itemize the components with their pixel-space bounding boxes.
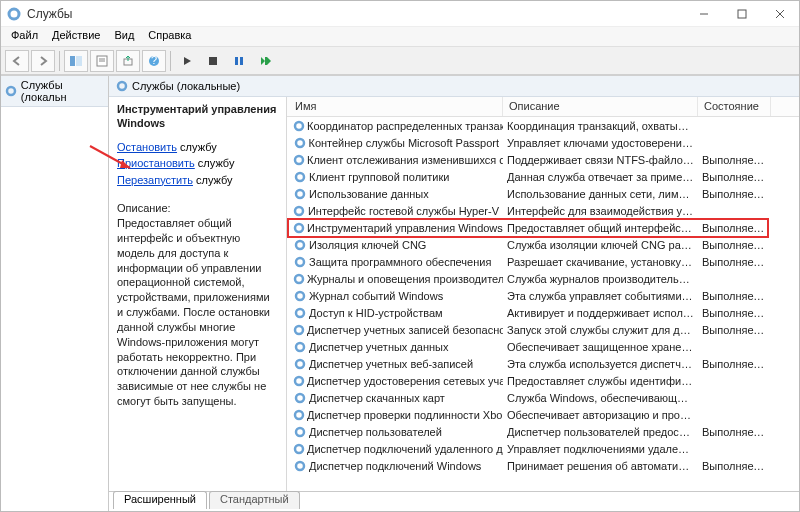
cell-description: Запуск этой службы служит для других с… [503, 324, 698, 336]
svg-point-20 [295, 122, 303, 130]
column-headers: Имя Описание Состояние [287, 97, 799, 117]
cell-name: Использование данных [289, 187, 503, 201]
table-row[interactable]: Диспетчер подключений WindowsПринимает р… [287, 457, 799, 474]
table-row[interactable]: Диспетчер учетных записей безопасноЗапус… [287, 321, 799, 338]
service-icon [293, 221, 305, 235]
cell-description: Предоставляет общий интерфейс и об… [503, 222, 698, 234]
svg-rect-15 [235, 57, 238, 65]
tree-pane[interactable]: Службы (локальн [1, 76, 109, 511]
cell-name: Защита программного обеспечения [289, 255, 503, 269]
svg-rect-14 [209, 57, 217, 65]
cell-description: Эта служба управляет событиями и жу… [503, 290, 698, 302]
maximize-button[interactable] [723, 2, 761, 26]
help-button[interactable]: ? [142, 50, 166, 72]
cell-description: Диспетчер пользователей предоставля… [503, 426, 698, 438]
export-button[interactable] [116, 50, 140, 72]
cell-state: Выполняется [698, 154, 771, 166]
col-state[interactable]: Состояние [698, 97, 771, 116]
svg-point-1 [12, 12, 16, 16]
window-title: Службы [27, 7, 685, 21]
cell-description: Эта служба используется диспетчером … [503, 358, 698, 370]
svg-point-40 [296, 462, 304, 470]
table-row[interactable]: Журнал событий WindowsЭта служба управля… [287, 287, 799, 304]
table-row[interactable]: Защита программного обеспеченияРазрешает… [287, 253, 799, 270]
service-icon [293, 136, 306, 150]
table-row[interactable]: Журналы и оповещения производитель…Служб… [287, 270, 799, 287]
svg-point-30 [296, 292, 304, 300]
service-icon [293, 374, 305, 388]
start-service-button[interactable] [175, 50, 199, 72]
table-row[interactable]: Клиент отслеживания изменившихся св…Подд… [287, 151, 799, 168]
table-row[interactable]: Доступ к HID-устройствамАктивирует и под… [287, 304, 799, 321]
svg-point-19 [118, 82, 126, 90]
services-window: Службы Файл Действие Вид Справка ? Служб… [0, 0, 800, 512]
cell-name: Журналы и оповещения производитель… [289, 272, 503, 286]
cell-state: Выполняется [698, 171, 771, 183]
table-row[interactable]: Использование данныхИспользование данных… [287, 185, 799, 202]
table-row[interactable]: Диспетчер проверки подлинности Xbo…Обесп… [287, 406, 799, 423]
svg-point-39 [295, 445, 303, 453]
restart-service-button[interactable] [253, 50, 277, 72]
toolbar-separator [170, 51, 171, 71]
properties-button[interactable] [90, 50, 114, 72]
svg-point-36 [296, 394, 304, 402]
menu-action[interactable]: Действие [52, 29, 100, 44]
tab-extended[interactable]: Расширенный [113, 491, 207, 509]
cell-state: Выполняется [698, 307, 771, 319]
cell-state: Выполняется [698, 460, 771, 472]
stop-link[interactable]: Остановить [117, 141, 177, 153]
table-row[interactable]: Диспетчер скачанных картСлужба Windows, … [287, 389, 799, 406]
svg-rect-3 [738, 10, 746, 18]
stop-service-button[interactable] [201, 50, 225, 72]
cell-state: Выполняется [698, 222, 771, 234]
pause-link[interactable]: Приостановить [117, 157, 195, 169]
service-icon [293, 255, 307, 269]
table-row[interactable]: Интерфейс гостевой службы Hyper-VИнтерфе… [287, 202, 799, 219]
service-icon [293, 119, 305, 133]
table-row[interactable]: Клиент групповой политикиДанная служба о… [287, 168, 799, 185]
svg-point-31 [296, 309, 304, 317]
table-row[interactable]: Диспетчер учетных веб-записейЭта служба … [287, 355, 799, 372]
menu-view[interactable]: Вид [114, 29, 134, 44]
service-icon [293, 272, 305, 286]
service-icon [293, 170, 307, 184]
cell-description: Использование данных сети, лимит тра… [503, 188, 698, 200]
main-pane: Службы (локальные) Инструментарий управл… [109, 76, 799, 511]
pause-suffix: службу [195, 157, 235, 169]
table-row[interactable]: Контейнер службы Microsoft PassportУправ… [287, 134, 799, 151]
table-row[interactable]: Диспетчер удостоверения сетевых учасПред… [287, 372, 799, 389]
service-icon [293, 323, 305, 337]
restart-link[interactable]: Перезапустить [117, 174, 193, 186]
table-row[interactable]: Инструментарий управления WindowsПредост… [287, 219, 799, 236]
svg-point-18 [7, 87, 15, 95]
col-description[interactable]: Описание [503, 97, 698, 116]
table-row[interactable]: Диспетчер пользователейДиспетчер пользов… [287, 423, 799, 440]
pause-service-button[interactable] [227, 50, 251, 72]
tab-standard[interactable]: Стандартный [209, 491, 300, 509]
cell-state: Выполняется [698, 324, 771, 336]
close-button[interactable] [761, 2, 799, 26]
back-button[interactable] [5, 50, 29, 72]
show-hide-button[interactable] [64, 50, 88, 72]
col-name[interactable]: Имя [289, 97, 503, 116]
content-body: Службы (локальн Службы (локальные) Инстр… [1, 75, 799, 511]
forward-button[interactable] [31, 50, 55, 72]
table-row[interactable]: Изоляция ключей CNGСлужба изоляции ключе… [287, 236, 799, 253]
menu-file[interactable]: Файл [11, 29, 38, 44]
table-row[interactable]: Координатор распределенных транзакКоорди… [287, 117, 799, 134]
cell-description: Управляет ключами удостоверений лок… [503, 137, 698, 149]
table-row[interactable]: Диспетчер подключений удаленного д…Управ… [287, 440, 799, 457]
svg-point-24 [296, 190, 304, 198]
description-text: Предоставляет общий интерфейс и объектну… [117, 216, 278, 409]
minimize-button[interactable] [685, 2, 723, 26]
service-list[interactable]: Координатор распределенных транзакКоорди… [287, 117, 799, 491]
tree-root-label: Службы (локальн [21, 79, 104, 103]
cell-name: Инструментарий управления Windows [289, 221, 503, 235]
tree-root[interactable]: Службы (локальн [1, 76, 108, 107]
main-header: Службы (локальные) [109, 76, 799, 97]
table-row[interactable]: Диспетчер учетных данныхОбеспечивает защ… [287, 338, 799, 355]
svg-point-29 [295, 275, 303, 283]
cell-name: Диспетчер подключений Windows [289, 459, 503, 473]
menu-help[interactable]: Справка [148, 29, 191, 44]
service-icon [293, 204, 306, 218]
